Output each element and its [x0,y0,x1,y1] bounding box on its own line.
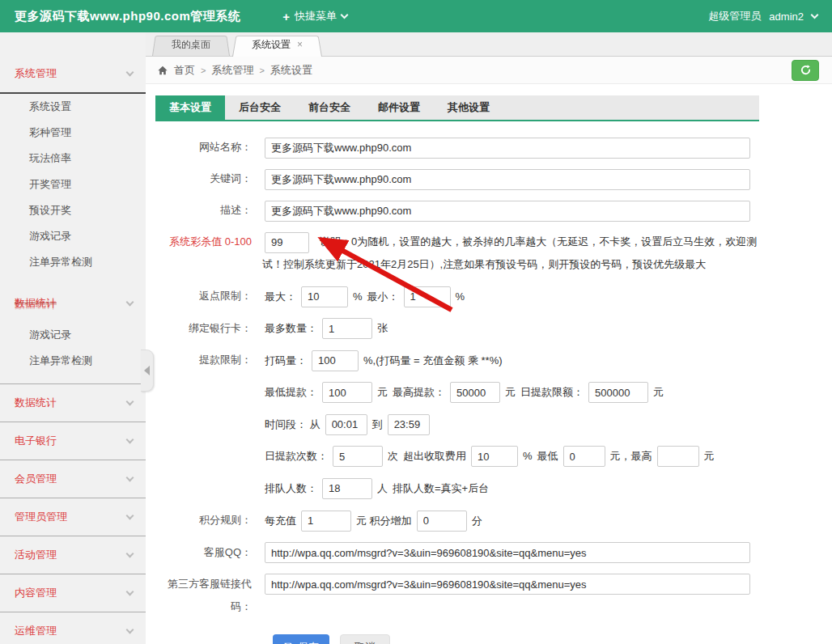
form-tab[interactable]: 基本设置 [155,95,225,120]
refresh-button[interactable] [792,60,819,81]
sidebar-item[interactable]: 注单异常检测 [0,249,146,275]
form-actions: 保存 取消 [273,634,759,644]
text-input[interactable] [588,382,648,403]
breadcrumb-separator: > [259,66,264,75]
unit-label: 最低 [537,450,558,462]
text-input[interactable] [265,232,309,253]
text-input[interactable] [563,446,605,467]
text-input[interactable] [417,511,467,532]
sidebar-item[interactable]: 彩种管理 [0,120,146,146]
unit-label: 最多数量： [265,322,317,334]
text-input[interactable] [265,169,750,190]
home-icon [157,65,168,76]
sidebar: 系统管理系统设置彩种管理玩法倍率开奖管理预设开奖游戏记录注单异常检测数据统计游戏… [0,32,146,644]
text-input[interactable] [388,414,430,435]
sidebar-section-toggle[interactable]: 会员管理 [0,460,146,498]
window-tab[interactable]: 系统设置× [232,34,322,57]
form-tab[interactable]: 邮件设置 [364,95,434,120]
field-label [155,477,262,500]
unit-label: 最高提款： [393,386,445,398]
text-input[interactable] [471,446,518,467]
window-tab[interactable]: 我的桌面 [152,34,230,56]
save-button[interactable]: 保存 [273,634,329,644]
sidebar-section-toggle[interactable]: 活动管理 [0,536,146,574]
breadcrumb: 首页>系统管理>系统设置 [146,57,832,84]
text-input[interactable] [301,511,351,532]
sidebar-section-toggle[interactable]: 内容管理 [0,574,146,612]
sidebar-section-label: 内容管理 [15,586,57,600]
field-controls: 每充值元 积分增加分 [262,509,759,532]
unit-label: 次 [388,450,398,462]
field-controls: 最多数量：张 [262,317,759,341]
chevron-down-icon [811,11,819,19]
text-input[interactable] [265,574,750,595]
text-input[interactable] [322,382,372,403]
field-controls: 最低提款：元最高提款：元日提款限额：元 [262,381,759,405]
chevron-down-icon [126,398,134,406]
sidebar-section-toggle[interactable]: 系统管理 [0,55,146,94]
unit-label: 排队人数=真实+后台 [393,482,489,494]
text-input[interactable] [265,138,750,159]
field-controls: 最大：%最小：% [262,285,759,308]
sidebar-item[interactable]: 系统设置 [0,94,146,120]
form-tab[interactable]: 其他设置 [434,95,503,120]
breadcrumb-item[interactable]: 系统设置 [270,63,312,78]
close-icon[interactable]: × [297,39,303,50]
form-tab[interactable]: 后台安全 [225,95,295,120]
breadcrumb-item[interactable]: 首页 [174,63,195,78]
form-tab[interactable]: 前台安全 [295,95,364,120]
plus-icon: + [282,10,290,23]
field-controls: 日提款次数：次超出收取费用%最低元，最高元 [262,445,759,468]
text-input[interactable] [265,201,750,222]
text-input[interactable] [265,542,750,563]
field-label: 系统彩杀值 0-100 [155,231,262,276]
unit-label: 日提款次数： [265,450,328,462]
field-label: 提款限制： [155,349,262,372]
form-row: 第三方客服链接代码： [155,573,759,618]
text-input[interactable] [301,286,348,307]
settings-tab-bar: 基本设置后台安全前台安全邮件设置其他设置 [155,95,759,121]
form-row: 关键词： [155,167,759,190]
unit-label: %,(打码量 = 充值金额 乘 **%) [363,354,503,366]
app-title: 更多源码下载www.php90.com管理系统 [15,9,240,24]
form-row: 绑定银行卡：最多数量：张 [155,317,759,341]
chevron-down-icon [126,626,134,634]
sidebar-item[interactable]: 预设开奖 [0,197,146,223]
unit-label: 最小： [367,290,399,303]
window-tab-label: 系统设置 [252,39,291,50]
text-input[interactable] [657,446,699,467]
settings-panel: 基本设置后台安全前台安全邮件设置其他设置 网站名称：关键词：描述：系统彩杀值 0… [146,84,832,644]
field-label [155,381,262,405]
unit-label: 元 [653,386,664,398]
window-tab-bar: 我的桌面系统设置× [146,32,832,57]
text-input[interactable] [333,446,383,467]
sidebar-item[interactable]: 开奖管理 [0,172,146,197]
text-input[interactable] [312,350,359,371]
sidebar-item[interactable]: 注单异常检测 [0,348,146,374]
chevron-down-icon [126,588,134,596]
chevron-down-icon [341,11,349,19]
sidebar-section-toggle[interactable]: 电子银行 [0,422,146,460]
sidebar-section-toggle[interactable]: 管理员管理 [0,498,146,536]
sidebar-section-toggle[interactable]: 数据统计 [0,383,146,422]
field-controls [262,199,759,222]
text-input[interactable] [450,382,500,403]
sidebar-section-toggle[interactable]: 运维管理 [0,612,146,644]
sidebar-collapse-handle[interactable] [141,350,154,392]
field-label: 描述： [155,199,262,222]
sidebar-item[interactable]: 游戏记录 [0,322,146,348]
sidebar-item[interactable]: 游戏记录 [0,223,146,249]
text-input[interactable] [322,478,372,499]
text-input[interactable] [322,318,372,339]
unit-label: 日提款限额： [520,386,584,398]
unit-label: 元 [505,386,516,398]
sidebar-item[interactable]: 玩法倍率 [0,146,146,172]
breadcrumb-item[interactable]: 系统管理 [211,63,253,78]
text-input[interactable] [404,286,451,307]
sidebar-section-toggle[interactable]: 数据统计 [0,285,146,322]
user-menu[interactable]: 超级管理员 admin2 [708,9,817,23]
field-controls [262,573,759,618]
text-input[interactable] [325,414,367,435]
cancel-button[interactable]: 取消 [340,634,390,644]
quick-menu-button[interactable]: + 快捷菜单 [282,9,347,23]
